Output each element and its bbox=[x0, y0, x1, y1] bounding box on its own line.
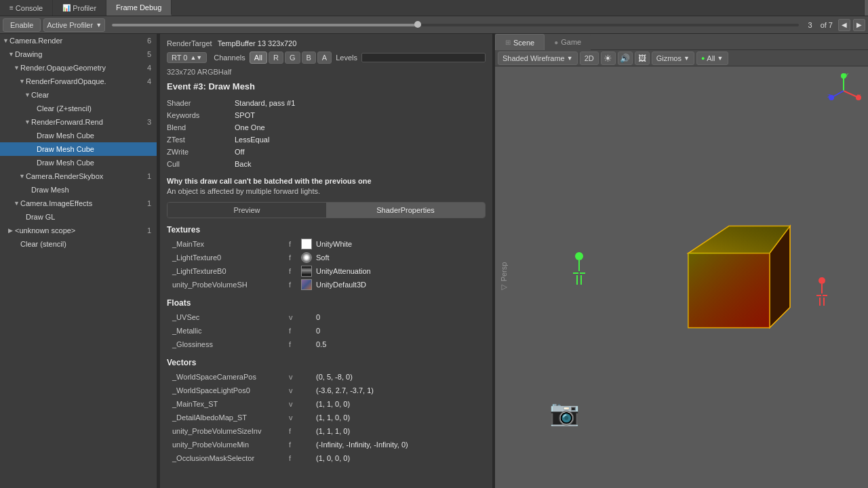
rt-dropdown[interactable]: RT 0 ▲▼ bbox=[167, 52, 207, 63]
scene-tab[interactable]: ⊞ Scene bbox=[495, 34, 545, 50]
blend-row: Blend One One bbox=[167, 121, 486, 134]
tree-item-6[interactable]: ▼RenderForward.Rend3 bbox=[0, 115, 157, 129]
tex-preview bbox=[300, 239, 313, 249]
tree-item-0[interactable]: ▼Camera.Render6 bbox=[0, 34, 157, 47]
vector-name: _DetailAlbedoMap_ST bbox=[167, 413, 289, 422]
top-tab-bar: ≡ Console 📊 Profiler Frame Debug bbox=[0, 0, 868, 16]
tree-item-9[interactable]: Draw Mesh Cube bbox=[0, 156, 157, 169]
all-dropdown[interactable]: ● All ▼ bbox=[696, 52, 728, 65]
all-dot-icon: ● bbox=[701, 55, 705, 62]
shading-dropdown[interactable]: Shaded Wireframe ▼ bbox=[498, 52, 578, 65]
prev-frame-button[interactable]: ◀ bbox=[838, 19, 850, 31]
tree-item-count: 5 bbox=[147, 50, 154, 58]
next-frame-button[interactable]: ▶ bbox=[853, 19, 865, 31]
tree-item-8[interactable]: Draw Mesh Cube bbox=[0, 142, 157, 156]
tree-item-label: Clear (stencil) bbox=[20, 240, 154, 248]
tex-name: _LightTexture0 bbox=[167, 253, 289, 262]
tex-value: UnityAttenuation bbox=[316, 267, 371, 275]
tree-item-15[interactable]: Clear (stencil) bbox=[0, 237, 157, 251]
tree-item-2[interactable]: ▼Render.OpaqueGeometry4 bbox=[0, 61, 157, 75]
tree-item-5[interactable]: Clear (Z+stencil) bbox=[0, 102, 157, 115]
vector-value: (1, 1, 0, 0) bbox=[316, 413, 350, 422]
tree-item-3[interactable]: ▼RenderForwardOpaque.4 bbox=[0, 75, 157, 88]
event-title: Event #3: Draw Mesh bbox=[167, 81, 486, 92]
vector-type: f bbox=[289, 454, 300, 462]
game-tab[interactable]: ● Game bbox=[545, 34, 591, 50]
tex-type: f bbox=[289, 240, 300, 248]
tab-profiler[interactable]: 📊 Profiler bbox=[53, 0, 106, 16]
tree-item-label: Draw Mesh Cube bbox=[37, 159, 154, 167]
vector-type: v bbox=[289, 373, 300, 381]
shader-properties-tab[interactable]: ShaderProperties bbox=[326, 203, 485, 218]
float-row-1: _Metallic f 0 bbox=[167, 324, 486, 338]
tree-toggle-icon: ▼ bbox=[8, 51, 15, 58]
ztest-row: ZTest LessEqual bbox=[167, 134, 486, 146]
tex-preview bbox=[300, 266, 313, 277]
channel-b-btn[interactable]: B bbox=[302, 52, 316, 64]
tab-frame-debug[interactable]: Frame Debug bbox=[106, 0, 172, 16]
tab-console[interactable]: ≡ Console bbox=[0, 0, 53, 16]
slider-fill bbox=[112, 24, 421, 26]
floats-list: _UVSec v 0 _Metallic f 0 _Glossiness f 0… bbox=[167, 310, 486, 351]
frame-of: of 7 bbox=[821, 21, 833, 29]
tree-item-label: Camera.ImageEffects bbox=[20, 199, 147, 207]
cull-row: Cull Back bbox=[167, 158, 486, 170]
channel-a-btn[interactable]: A bbox=[317, 52, 332, 64]
frame-slider[interactable] bbox=[112, 24, 798, 26]
tree-item-14[interactable]: ▶<unknown scope>1 bbox=[0, 224, 157, 237]
frame-number: 3 bbox=[808, 21, 812, 29]
vector-value: (-Infinity, -Infinity, -Infinity, 0) bbox=[316, 441, 408, 449]
tree-toggle-icon: ▼ bbox=[19, 173, 26, 180]
svg-marker-3 bbox=[688, 253, 770, 328]
audio-icon-button[interactable]: 🔊 bbox=[618, 52, 633, 65]
vector-value: (1, 1, 0, 0) bbox=[316, 400, 350, 408]
texture-row-3: unity_ProbeVolumeSH f UnityDefault3D bbox=[167, 278, 486, 291]
tree-item-4[interactable]: ▼Clear bbox=[0, 88, 157, 102]
channel-all-btn[interactable]: All bbox=[250, 52, 267, 64]
tree-toggle-icon: ▼ bbox=[24, 92, 31, 98]
shader-row: Shader Standard, pass #1 bbox=[167, 97, 486, 109]
all-arrow-icon: ▼ bbox=[717, 55, 724, 62]
sun-icon-button[interactable]: ☀ bbox=[601, 52, 616, 65]
preview-tab[interactable]: Preview bbox=[167, 203, 326, 218]
tree-item-label: Drawing bbox=[15, 50, 147, 58]
slider-thumb[interactable] bbox=[414, 21, 421, 28]
main-toolbar: Enable Active Profiler ▼ 3 of 7 ◀ ▶ bbox=[0, 16, 868, 34]
tex-value: UnityDefault3D bbox=[316, 281, 366, 289]
gizmos-dropdown[interactable]: Gizmos ▼ bbox=[652, 52, 694, 65]
svg-text:Y: Y bbox=[845, 72, 849, 78]
render-target-row: RenderTarget TempBuffer 13 323x720 bbox=[167, 39, 486, 47]
channel-g-btn[interactable]: G bbox=[285, 52, 300, 64]
float-name: _UVSec bbox=[167, 313, 289, 321]
tree-item-7[interactable]: Draw Mesh Cube bbox=[0, 129, 157, 142]
vectors-list: _WorldSpaceCameraPos v (0, 5, -8, 0) _Wo… bbox=[167, 370, 486, 465]
tree-item-label: Camera.Render bbox=[9, 37, 147, 45]
texture-row-0: _MainTex f UnityWhite bbox=[167, 237, 486, 251]
shader-props-table: Shader Standard, pass #1 Keywords SPOT B… bbox=[167, 97, 486, 170]
vector-value: (1, 1, 1, 0) bbox=[316, 427, 350, 435]
float-name: _Glossiness bbox=[167, 340, 289, 348]
tree-item-11[interactable]: Draw Mesh bbox=[0, 183, 157, 197]
vector-type: v bbox=[289, 400, 300, 408]
vector-row-4: unity_ProbeVolumeSizeInv f (1, 1, 1, 0) bbox=[167, 424, 486, 438]
vector-type: f bbox=[289, 441, 300, 449]
tree-item-label: Draw Mesh Cube bbox=[37, 131, 154, 140]
active-profiler-dropdown[interactable]: Active Profiler ▼ bbox=[43, 18, 105, 32]
image-icon-button[interactable]: 🖼 bbox=[635, 52, 650, 65]
view-tab-row: Preview ShaderProperties bbox=[167, 202, 486, 218]
tex-value: Soft bbox=[316, 253, 330, 262]
tree-item-1[interactable]: ▼Drawing5 bbox=[0, 47, 157, 61]
float-type: v bbox=[289, 313, 300, 321]
main-layout: ▼Camera.Render6▼Drawing5▼Render.OpaqueGe… bbox=[0, 34, 868, 488]
tree-item-13[interactable]: Draw GL bbox=[0, 210, 157, 224]
render-target-value: TempBuffer 13 323x720 bbox=[218, 39, 297, 47]
enable-button[interactable]: Enable bbox=[3, 18, 41, 32]
tree-item-label: Draw GL bbox=[26, 213, 154, 221]
details-panel: RenderTarget TempBuffer 13 323x720 RT 0 … bbox=[160, 34, 492, 488]
tree-item-12[interactable]: ▼Camera.ImageEffects1 bbox=[0, 197, 157, 210]
tree-item-count: 1 bbox=[147, 172, 154, 180]
2d-button[interactable]: 2D bbox=[580, 52, 599, 65]
float-row-2: _Glossiness f 0.5 bbox=[167, 338, 486, 351]
channel-r-btn[interactable]: R bbox=[269, 52, 283, 64]
tree-item-10[interactable]: ▼Camera.RenderSkybox1 bbox=[0, 169, 157, 183]
